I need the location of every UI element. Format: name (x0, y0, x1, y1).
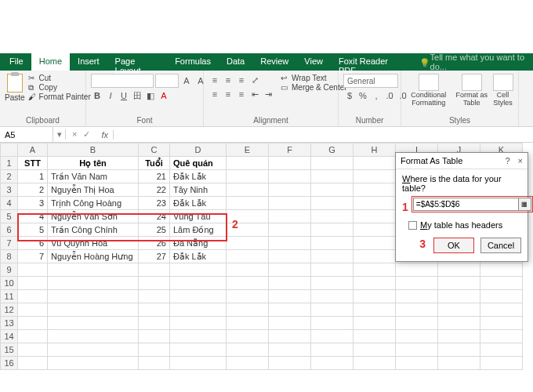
table-row[interactable]: 12 (1, 303, 523, 317)
brush-icon: 🖌 (28, 93, 37, 101)
currency-button[interactable]: $ (343, 89, 356, 102)
copy-button[interactable]: ⧉Copy (28, 83, 91, 92)
tab-page-layout[interactable]: Page Layout (107, 53, 168, 71)
tab-review[interactable]: Review (252, 53, 296, 71)
cell[interactable]: Tuổi (139, 157, 170, 170)
name-box[interactable] (0, 127, 53, 142)
comma-button[interactable]: , (370, 89, 383, 102)
table-row[interactable]: 10 (1, 277, 523, 290)
tab-home[interactable]: Home (31, 53, 70, 71)
row-header[interactable]: 16 (1, 357, 18, 370)
row-header[interactable]: 9 (1, 263, 18, 277)
format-painter-button[interactable]: 🖌Format Painter (28, 93, 91, 101)
range-picker-button[interactable]: ▦ (519, 198, 531, 211)
enter-formula-icon[interactable]: ✓ (83, 129, 90, 140)
cell-styles-button[interactable]: Cell Styles (492, 74, 513, 107)
cut-button[interactable]: ✂Cut (28, 74, 91, 82)
font-color-button[interactable]: A (158, 89, 170, 102)
col-header-g[interactable]: G (311, 143, 354, 157)
indent-dec-button[interactable]: ⇤ (248, 88, 261, 100)
tab-data[interactable]: Data (219, 53, 252, 71)
align-middle-button[interactable]: ≡ (222, 74, 234, 86)
grow-font-button[interactable]: A (180, 74, 193, 87)
align-bottom-button[interactable]: ≡ (235, 74, 248, 86)
name-box-dropdown[interactable]: ▾ (53, 129, 66, 140)
row-header[interactable]: 12 (1, 303, 18, 317)
inc-decimal-button[interactable]: .0 (383, 89, 396, 102)
row-header[interactable]: 7 (1, 237, 18, 250)
range-input[interactable] (413, 198, 519, 211)
fx-icon[interactable]: fx (96, 130, 114, 140)
fill-color-button[interactable]: ◧ (144, 89, 157, 102)
tab-formulas[interactable]: Formulas (167, 53, 219, 71)
indent-inc-button[interactable]: ⇥ (262, 88, 274, 100)
table-row[interactable]: 15 (1, 343, 523, 357)
col-header-f[interactable]: F (269, 143, 311, 157)
ribbon-tabs: File Home Insert Page Layout Formulas Da… (0, 53, 533, 71)
tab-foxit[interactable]: Foxit Reader PDF (331, 53, 410, 71)
cell[interactable]: Họ tên (48, 157, 139, 170)
row-header[interactable]: 1 (1, 157, 18, 170)
formula-input[interactable] (114, 127, 533, 142)
align-right-button[interactable]: ≡ (235, 88, 248, 100)
col-header-h[interactable]: H (354, 143, 396, 157)
table-row[interactable]: 16 (1, 357, 523, 370)
col-header-e[interactable]: E (227, 143, 269, 157)
font-name-input[interactable] (91, 74, 154, 88)
close-icon[interactable]: × (518, 156, 523, 165)
group-label-number: Number (343, 114, 396, 126)
row-header[interactable]: 15 (1, 343, 18, 357)
formula-bar: ▾ × ✓ fx (0, 127, 533, 143)
table-row[interactable]: 9 (1, 263, 523, 277)
cell-styles-icon (493, 74, 513, 91)
row-header[interactable]: 3 (1, 183, 18, 197)
tell-me-box[interactable]: 💡 Tell me what you want to do... (419, 53, 533, 71)
table-row[interactable]: 11 (1, 290, 523, 303)
tab-file[interactable]: File (2, 53, 31, 71)
headers-checkbox-row[interactable]: My table has headers (408, 220, 521, 230)
align-center-button[interactable]: ≡ (222, 88, 234, 100)
row-header[interactable]: 2 (1, 170, 18, 183)
underline-button[interactable]: U (118, 89, 130, 102)
col-header-d[interactable]: D (170, 143, 227, 157)
merge-center-button[interactable]: ▭Merge & Center (281, 83, 347, 92)
help-icon[interactable]: ? (505, 156, 509, 165)
col-header-c[interactable]: C (139, 143, 170, 157)
tab-insert[interactable]: Insert (70, 53, 107, 71)
row-header[interactable]: 6 (1, 223, 18, 237)
row-header[interactable]: 5 (1, 210, 18, 223)
row-header[interactable]: 13 (1, 317, 18, 330)
row-header[interactable]: 8 (1, 250, 18, 263)
row-header[interactable]: 11 (1, 290, 18, 303)
align-left-button[interactable]: ≡ (208, 88, 221, 100)
number-format-select[interactable] (343, 74, 398, 88)
border-button[interactable]: 田 (131, 89, 143, 102)
italic-button[interactable]: I (104, 89, 117, 102)
cell[interactable]: Quê quán (170, 157, 227, 170)
wrap-text-button[interactable]: ↩Wrap Text (281, 74, 347, 82)
orientation-button[interactable]: ⤢ (248, 74, 261, 86)
row-header[interactable]: 10 (1, 277, 18, 290)
row-header[interactable]: 4 (1, 197, 18, 210)
headers-checkbox[interactable] (408, 221, 417, 230)
ok-button[interactable]: OK (433, 238, 474, 253)
group-label-alignment: Alignment (208, 114, 333, 126)
paste-button[interactable]: Paste (5, 74, 25, 102)
percent-button[interactable]: % (357, 89, 369, 102)
cell[interactable]: STT (18, 157, 48, 170)
table-row[interactable]: 13 (1, 317, 523, 330)
cancel-button[interactable]: Cancel (480, 238, 521, 253)
cancel-formula-icon[interactable]: × (72, 129, 77, 140)
tab-view[interactable]: View (296, 53, 331, 71)
row-header[interactable]: 14 (1, 330, 18, 343)
format-as-table-button[interactable]: Format as Table (455, 74, 488, 107)
bold-button[interactable]: B (91, 89, 103, 102)
col-header-b[interactable]: B (48, 143, 139, 157)
select-all-corner[interactable] (1, 143, 18, 157)
font-size-input[interactable] (155, 74, 179, 88)
col-header-a[interactable]: A (18, 143, 48, 157)
table-icon (462, 74, 482, 91)
conditional-formatting-button[interactable]: Conditional Formatting (406, 74, 451, 107)
align-top-button[interactable]: ≡ (208, 74, 221, 86)
table-row[interactable]: 14 (1, 330, 523, 343)
